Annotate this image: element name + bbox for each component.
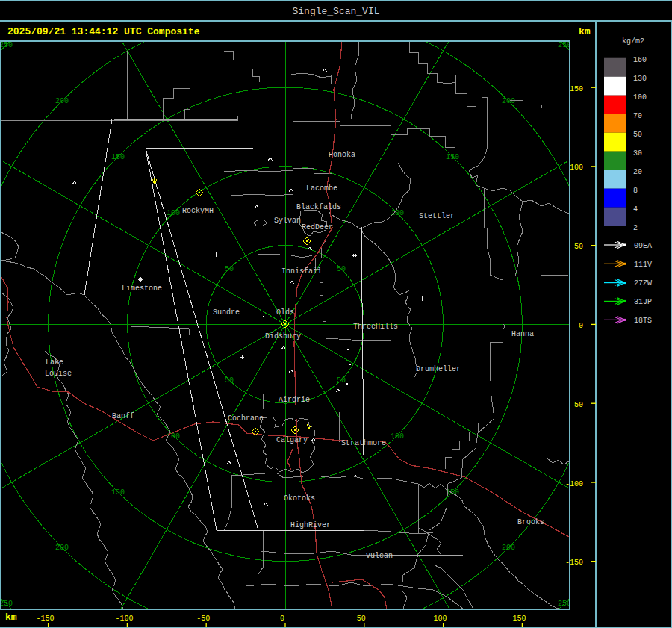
svg-text:130: 130 (633, 75, 647, 83)
svg-text:Brooks: Brooks (517, 518, 544, 526)
svg-text:100: 100 (167, 209, 180, 217)
svg-text:Hanna: Hanna (511, 330, 534, 338)
svg-text:km: km (5, 612, 17, 623)
svg-text:200: 200 (502, 97, 515, 105)
svg-text:2: 2 (633, 224, 638, 232)
svg-text:ThreeHills: ThreeHills (353, 323, 398, 331)
svg-text:RedDeer: RedDeer (302, 223, 333, 231)
svg-text:8: 8 (633, 187, 638, 195)
svg-text:Ponoka: Ponoka (329, 151, 355, 159)
svg-text:Calgary: Calgary (276, 436, 308, 444)
svg-text:Sundre: Sundre (213, 308, 240, 317)
svg-text:-150: -150 (565, 559, 583, 567)
svg-text:Airdrie: Airdrie (279, 396, 310, 404)
svg-text:50: 50 (633, 131, 642, 139)
svg-text:150: 150 (446, 153, 459, 161)
svg-text:Okotoks: Okotoks (284, 494, 315, 503)
svg-text:200: 200 (55, 97, 69, 105)
svg-text:150: 150 (111, 153, 125, 161)
svg-text:111V: 111V (634, 261, 652, 269)
svg-text:Lake: Lake (46, 358, 63, 367)
svg-text:50: 50 (357, 615, 366, 623)
svg-text:Stettler: Stettler (419, 212, 455, 220)
svg-text:50: 50 (337, 376, 346, 385)
svg-text:200: 200 (55, 544, 69, 552)
svg-text:160: 160 (633, 56, 647, 64)
svg-text:Lacombe: Lacombe (306, 184, 337, 193)
svg-text:31JP: 31JP (634, 298, 652, 306)
svg-text:50: 50 (225, 265, 234, 273)
svg-text:Cochrane: Cochrane (228, 414, 264, 423)
svg-text:200: 200 (502, 544, 515, 552)
svg-text:50: 50 (574, 243, 583, 251)
svg-text:-100: -100 (565, 480, 583, 488)
svg-text:09EA: 09EA (634, 242, 652, 250)
svg-text:18TS: 18TS (634, 317, 652, 325)
svg-text:HighRiver: HighRiver (290, 521, 331, 529)
svg-text:250: 250 (0, 600, 13, 608)
svg-text:RockyMH: RockyMH (182, 207, 214, 215)
svg-text:100: 100 (391, 432, 404, 441)
svg-text:-150: -150 (37, 615, 55, 623)
svg-text:250: 250 (0, 41, 13, 49)
svg-text:Louise: Louise (45, 370, 72, 378)
svg-text:Vulcan: Vulcan (366, 552, 393, 560)
svg-text:4: 4 (633, 205, 638, 214)
svg-text:150: 150 (512, 615, 526, 623)
svg-text:Didsbury: Didsbury (265, 332, 301, 341)
svg-text:100: 100 (633, 93, 647, 102)
svg-text:Innisfail: Innisfail (281, 267, 322, 276)
svg-text:150: 150 (570, 85, 583, 93)
svg-text:Blackfalds: Blackfalds (296, 203, 341, 211)
svg-text:100: 100 (570, 164, 583, 172)
svg-text:70: 70 (633, 112, 642, 120)
svg-text:Strathmore: Strathmore (341, 439, 386, 447)
svg-text:100: 100 (167, 432, 180, 441)
svg-text:Limestone: Limestone (122, 285, 162, 293)
svg-text:Banff: Banff (112, 412, 134, 420)
svg-text:50: 50 (225, 376, 234, 385)
svg-text:-100: -100 (115, 615, 133, 623)
svg-text:kg/m2: kg/m2 (622, 37, 644, 46)
svg-text:Sylvan: Sylvan (274, 217, 301, 225)
svg-text:20: 20 (633, 168, 642, 176)
svg-text:100: 100 (391, 209, 404, 217)
svg-text:27ZW: 27ZW (634, 279, 652, 287)
svg-text:km: km (579, 26, 591, 37)
svg-text:-50: -50 (196, 615, 210, 623)
svg-text:30: 30 (633, 149, 642, 158)
svg-text:Single_Scan_VIL: Single_Scan_VIL (292, 6, 379, 17)
svg-text:2025/09/21 13:44:12 UTC Compos: 2025/09/21 13:44:12 UTC Composite (7, 26, 200, 37)
svg-text:-50: -50 (570, 401, 583, 409)
svg-text:0: 0 (280, 615, 284, 623)
svg-text:Olds: Olds (276, 308, 294, 317)
svg-text:150: 150 (111, 488, 125, 497)
svg-text:50: 50 (337, 265, 346, 273)
svg-text:100: 100 (434, 615, 447, 623)
svg-text:Drumheller: Drumheller (416, 365, 461, 373)
svg-text:0: 0 (579, 322, 583, 330)
